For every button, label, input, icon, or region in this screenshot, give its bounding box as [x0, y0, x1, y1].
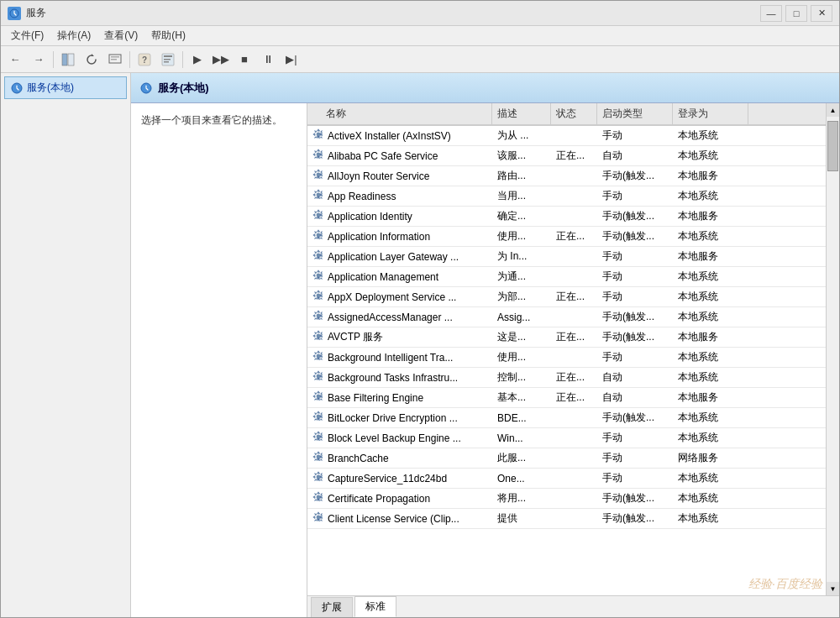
table-row[interactable]: Application Identity 确定... 手动(触发... 本地服务	[307, 207, 826, 227]
table-row[interactable]: Base Filtering Engine 基本... 正在... 自动 本地服…	[307, 388, 826, 408]
service-status	[551, 436, 597, 441]
service-login: 本地服务	[673, 207, 748, 226]
maximize-button[interactable]: □	[785, 5, 807, 22]
menu-help[interactable]: 帮助(H)	[144, 27, 192, 45]
table-row[interactable]: Background Intelligent Tra... 使用... 手动 本…	[307, 348, 826, 368]
start-selected-button[interactable]: ▶▶	[210, 50, 232, 70]
scroll-track[interactable]	[827, 117, 839, 582]
table-row[interactable]: App Readiness 当用... 手动 本地系统	[307, 186, 826, 207]
table-row[interactable]: Application Management 为通... 手动 本地系统	[307, 267, 826, 287]
service-status	[551, 194, 597, 199]
service-startup: 手动(触发...	[597, 307, 673, 327]
svg-rect-2	[68, 54, 74, 65]
menu-view[interactable]: 查看(V)	[97, 27, 144, 45]
service-gear-icon	[312, 128, 324, 143]
show-hide-button[interactable]	[57, 50, 79, 70]
service-desc: 确定...	[492, 207, 551, 226]
service-startup: 手动(触发...	[597, 166, 673, 186]
description-pane: 选择一个项目来查看它的描述。	[131, 103, 307, 617]
service-login: 本地服务	[673, 247, 748, 266]
service-desc: 将用...	[492, 489, 551, 508]
svg-point-29	[317, 274, 320, 277]
svg-point-43	[317, 415, 320, 418]
table-row[interactable]: Certificate Propagation 将用... 手动(触发... 本…	[307, 489, 826, 509]
table-row[interactable]: Alibaba PC Safe Service 该服... 正在... 自动 本…	[307, 146, 826, 166]
service-gear-icon	[312, 270, 324, 284]
content-header-icon	[139, 81, 153, 95]
stop-button[interactable]: ■	[234, 50, 255, 70]
table-row[interactable]: AllJoyn Router Service 路由... 手动(触发... 本地…	[307, 166, 826, 186]
header-desc[interactable]: 描述	[492, 103, 551, 124]
service-name-cell: Application Information	[307, 227, 492, 246]
title-bar: 服务 — □ ✕	[1, 1, 839, 26]
menu-file[interactable]: 文件(F)	[4, 27, 50, 45]
table-row[interactable]: Background Tasks Infrastru... 控制... 正在..…	[307, 368, 826, 388]
service-gear-icon	[312, 390, 324, 405]
header-name[interactable]: 名称	[307, 103, 492, 124]
tab-extended[interactable]: 扩展	[311, 597, 353, 617]
service-status	[551, 496, 597, 501]
svg-point-39	[317, 374, 320, 378]
service-gear-icon	[312, 330, 324, 344]
header-login[interactable]: 登录为	[673, 103, 748, 124]
table-row[interactable]: Application Layer Gateway ... 为 In... 手动…	[307, 247, 826, 267]
header-startup[interactable]: 启动类型	[597, 103, 673, 124]
service-name-cell: ActiveX Installer (AxInstSV)	[307, 126, 492, 145]
restart-button[interactable]: ▶|	[281, 50, 302, 70]
service-gear-icon	[312, 249, 324, 264]
scroll-thumb[interactable]	[827, 121, 838, 171]
console-button[interactable]	[157, 50, 179, 70]
service-status	[551, 456, 597, 461]
sidebar: 服务(本地)	[1, 73, 131, 617]
table-row[interactable]: BranchCache 此服... 手动 网络服务	[307, 448, 826, 469]
table-row[interactable]: AppX Deployment Service ... 为部... 正在... …	[307, 287, 826, 307]
service-name: AVCTP 服务	[328, 330, 383, 344]
service-name-cell: BranchCache	[307, 448, 492, 468]
minimize-button[interactable]: —	[760, 5, 782, 22]
service-name-cell: AssignedAccessManager ...	[307, 307, 492, 327]
service-login: 本地系统	[673, 509, 748, 528]
service-login: 本地系统	[673, 348, 748, 367]
tab-standard[interactable]: 标准	[354, 596, 396, 617]
table-row[interactable]: AVCTP 服务 这是... 正在... 手动(触发... 本地服务	[307, 327, 826, 348]
back-button[interactable]: ←	[4, 50, 26, 70]
service-startup: 手动	[597, 448, 673, 468]
help-button[interactable]: ?	[134, 50, 155, 70]
service-name-cell: Client License Service (Clip...	[307, 509, 492, 528]
start-button[interactable]: ▶	[186, 50, 208, 70]
menu-action[interactable]: 操作(A)	[50, 27, 97, 45]
svg-rect-1	[62, 54, 67, 65]
service-name-cell: Certificate Propagation	[307, 489, 492, 508]
pause-button[interactable]: ⏸	[257, 50, 279, 70]
service-name: Client License Service (Clip...	[328, 513, 459, 525]
table-row[interactable]: Client License Service (Clip... 提供 手动(触发…	[307, 509, 826, 529]
table-row[interactable]: Block Level Backup Engine ... Win... 手动 …	[307, 428, 826, 448]
table-row[interactable]: ActiveX Installer (AxInstSV) 为从 ... 手动 本…	[307, 126, 826, 146]
service-status	[551, 214, 597, 219]
scrollbar[interactable]: ▲ ▼	[826, 103, 839, 595]
svg-point-21	[317, 193, 320, 196]
header-status[interactable]: 状态	[551, 103, 597, 124]
service-name-cell: AVCTP 服务	[307, 327, 492, 347]
svg-point-53	[317, 516, 320, 519]
table-row[interactable]: AssignedAccessManager ... Assig... 手动(触发…	[307, 307, 826, 327]
forward-button[interactable]: →	[28, 50, 50, 70]
service-name-cell: Background Intelligent Tra...	[307, 348, 492, 367]
export-button[interactable]	[104, 50, 126, 70]
service-startup: 手动	[597, 267, 673, 286]
scroll-up-button[interactable]: ▲	[827, 103, 839, 117]
service-startup: 自动	[597, 388, 673, 407]
sidebar-item-local-services[interactable]: 服务(本地)	[4, 76, 127, 99]
table-row[interactable]: BitLocker Drive Encryption ... BDE... 手动…	[307, 408, 826, 428]
service-startup: 手动(触发...	[597, 509, 673, 528]
close-button[interactable]: ✕	[811, 5, 832, 22]
refresh-button[interactable]	[81, 50, 102, 70]
scroll-down-button[interactable]: ▼	[827, 582, 839, 595]
service-startup: 手动	[597, 247, 673, 266]
services-table[interactable]: 名称 描述 状态 启动类型 登录为 ActiveX Installer (AxI…	[307, 103, 826, 595]
service-gear-icon	[312, 471, 324, 485]
table-row[interactable]: Application Information 使用... 正在... 手动(触…	[307, 227, 826, 247]
main-window: 服务 — □ ✕ 文件(F) 操作(A) 查看(V) 帮助(H) ← → ?	[0, 0, 840, 618]
svg-point-23	[317, 213, 320, 217]
table-row[interactable]: CaptureService_11dc24bd One... 手动 本地系统	[307, 469, 826, 489]
